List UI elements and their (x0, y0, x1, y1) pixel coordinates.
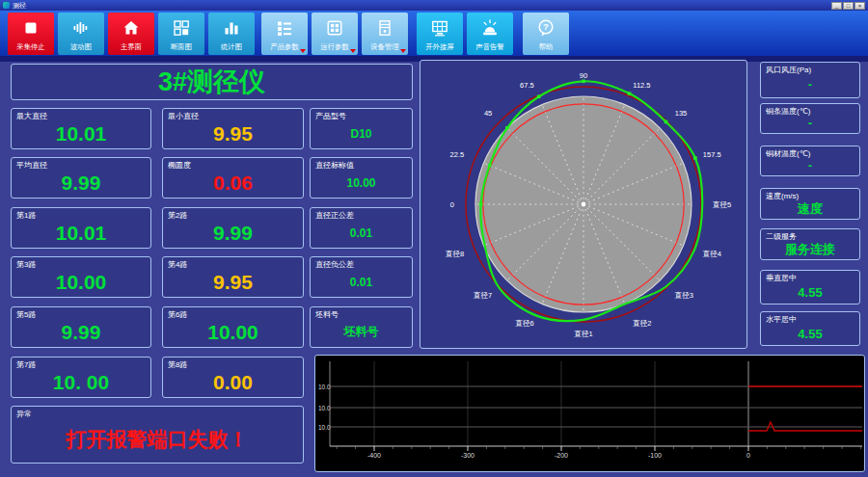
svg-text:0: 0 (746, 452, 750, 459)
panel-path3: 第3路 10.00 (11, 256, 151, 298)
cross-section-chart-panel: 022.54567.590112.5135157.5直径5直径4直径3直径2直径… (420, 60, 747, 349)
svg-text:直径5: 直径5 (712, 200, 731, 209)
svg-text:22.5: 22.5 (450, 150, 465, 159)
minimize-button[interactable]: _ (831, 2, 842, 10)
grid-icon (312, 16, 358, 40)
panel-value: 10.00 (12, 267, 150, 297)
toolbar: 采集停止 波动图 主界面 断面图 统计图 产品参数 运行参数 (0, 11, 868, 56)
question-mark-icon: ? (523, 16, 569, 40)
panel-value: 9.99 (12, 317, 150, 347)
cross-section-button[interactable]: 断面图 (158, 13, 204, 55)
svg-text:-100: -100 (648, 452, 662, 459)
svg-text:0: 0 (450, 200, 454, 209)
titlebar: 测径 _ □ × (0, 0, 868, 11)
diameter-trend-chart: 10.010.010.0-400-300-200-1000 (317, 358, 862, 469)
help-button[interactable]: ? 帮助 (523, 13, 569, 55)
svg-text:直径2: 直径2 (632, 319, 651, 328)
section-view-icon (158, 16, 204, 40)
panel-avg-diameter: 平均直径 9.99 (11, 157, 151, 199)
panel-air-pressure: 风口风压(Pa) - (760, 62, 860, 98)
panel-value: 0.06 (163, 168, 303, 198)
panel-value: 0.01 (311, 218, 412, 248)
bar-chart-icon (208, 16, 255, 40)
panel-value: D10 (311, 119, 412, 148)
panel-max-diameter: 最大直径 10.01 (11, 108, 151, 149)
panel-value: 9.95 (163, 267, 303, 297)
maximize-button[interactable]: □ (843, 2, 854, 10)
svg-text:10.0: 10.0 (318, 424, 331, 431)
panel-level2-service: 二级服务 服务连接 (760, 228, 860, 260)
panel-path1: 第1路 10.01 (11, 207, 151, 249)
panel-value: - (761, 156, 859, 175)
panel-ovality: 椭圆度 0.06 (162, 157, 304, 199)
svg-text:112.5: 112.5 (633, 81, 650, 90)
window-title: 测径 (13, 2, 831, 9)
main-screen-button[interactable]: 主界面 (108, 13, 154, 55)
svg-text:90: 90 (580, 71, 587, 80)
svg-text:直径4: 直径4 (702, 250, 721, 258)
svg-text:?: ? (543, 21, 549, 32)
panel-value: - (761, 72, 859, 97)
product-params-button[interactable]: 产品参数 (261, 13, 308, 55)
svg-text:-200: -200 (555, 452, 568, 459)
panel-path8: 第8路 0.00 (162, 357, 304, 398)
panel-abnormal: 异常 打开报警端口失败！ (11, 406, 304, 464)
panel-value: 10.01 (12, 119, 150, 148)
statistics-chart-button[interactable]: 统计图 (208, 13, 255, 55)
panel-material-temperature: 铜材温度(℃) - (760, 146, 860, 176)
panel-value: 坯料号 (311, 317, 412, 347)
panel-value: 速度 (761, 199, 859, 219)
panel-value: 9.95 (163, 119, 303, 148)
panel-value: 服务连接 (761, 239, 859, 259)
panel-value: 10.00 (163, 317, 303, 347)
panel-value: 9.99 (163, 218, 303, 248)
svg-text:-300: -300 (461, 452, 475, 459)
trend-chart-panel: 10.010.010.0-400-300-200-1000 (314, 355, 865, 472)
panel-value: 10. 00 (12, 367, 150, 397)
panel-min-diameter: 最小直径 9.95 (162, 108, 304, 149)
dropdown-arrow-icon (400, 49, 406, 53)
alarm-message: 打开报警端口失败！ (12, 416, 303, 463)
panel-path6: 第6路 10.00 (162, 306, 304, 348)
waveform-icon (58, 16, 104, 40)
device-management-button[interactable]: 设备管理 (362, 13, 408, 55)
svg-text:135: 135 (675, 109, 688, 118)
list-icon (261, 16, 308, 40)
home-icon (108, 16, 154, 40)
dropdown-arrow-icon (350, 49, 356, 53)
svg-text:直径3: 直径3 (674, 291, 693, 300)
panel-nominal-diameter: 直径标称值 10.00 (310, 157, 413, 199)
stop-icon (8, 16, 54, 40)
svg-text:直径1: 直径1 (573, 330, 592, 338)
panel-value: 0.00 (163, 367, 303, 397)
panel-tolerance-minus: 直径负公差 0.01 (310, 256, 413, 298)
polar-profile-chart: 022.54567.590112.5135157.5直径5直径4直径3直径2直径… (420, 61, 746, 348)
panel-path7: 第7路 10. 00 (11, 357, 151, 398)
panel-vertical-centering: 垂直居中 4.55 (760, 270, 860, 305)
device-cabinet-icon (362, 16, 408, 40)
svg-text:-400: -400 (367, 452, 381, 459)
panel-gauge-title: 3#测径仪 (11, 64, 413, 100)
panel-value: 10.01 (12, 218, 150, 248)
dropdown-arrow-icon (300, 49, 306, 53)
panel-value: 9.99 (12, 168, 150, 198)
stop-acquisition-button[interactable]: 采集停止 (8, 13, 54, 55)
external-screen-button[interactable]: 开外接屏 (417, 13, 463, 55)
panel-value: 4.55 (761, 280, 859, 304)
panel-value: 10.00 (311, 168, 412, 198)
application-window: 测径 _ □ × 采集停止 波动图 主界面 断面图 统计图 (0, 0, 868, 477)
svg-text:10.0: 10.0 (318, 384, 331, 390)
gauge-title: 3#测径仪 (12, 65, 412, 99)
app-icon (3, 2, 10, 9)
panel-speed: 速度(m/s) 速度 (760, 188, 860, 220)
panel-value: 4.55 (761, 322, 859, 345)
panel-value: - (761, 114, 859, 133)
run-params-button[interactable]: 运行参数 (312, 13, 358, 55)
svg-text:157.5: 157.5 (703, 150, 721, 159)
sound-alarm-button[interactable]: 声音告警 (467, 13, 513, 55)
svg-text:直径6: 直径6 (515, 319, 534, 328)
close-button[interactable]: × (854, 2, 865, 10)
panel-path4: 第4路 9.95 (162, 256, 304, 298)
monitor-icon (417, 16, 463, 40)
wave-chart-button[interactable]: 波动图 (58, 13, 104, 55)
